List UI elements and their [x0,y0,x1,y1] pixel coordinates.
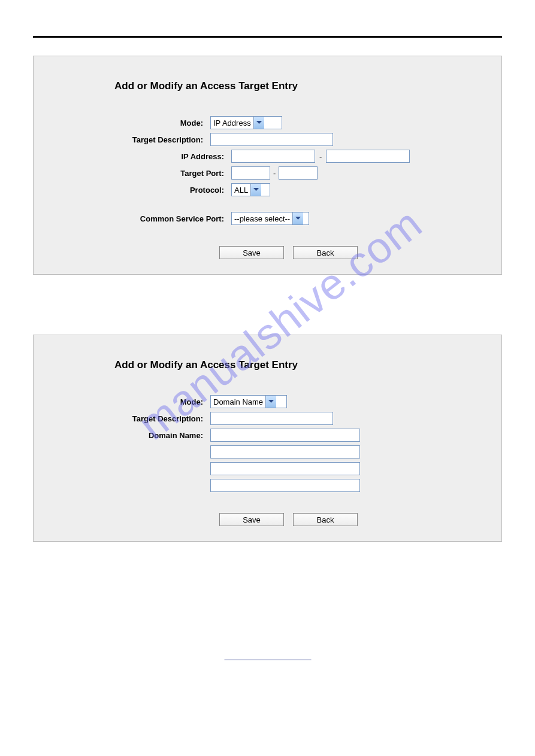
panel-title: Add or Modify an Access Target Entry [114,359,483,371]
panel-ip-address: Add or Modify an Access Target Entry Mod… [33,56,502,275]
row-domain-name-2 [52,445,483,459]
ip-address-from-input[interactable] [231,150,315,163]
protocol-select[interactable]: ALL [231,183,270,196]
common-service-port-label: Common Service Port: [52,214,231,223]
row-target-port: Target Port: - [52,166,483,180]
target-port-to-input[interactable] [279,166,318,180]
chevron-down-icon [250,184,261,196]
top-rule [33,36,502,38]
domain-name-label: Domain Name: [52,431,210,440]
protocol-select-value: ALL [234,186,250,195]
row-target-description: Target Description: [52,133,483,146]
row-domain-name: Domain Name: [52,429,483,442]
target-description-input[interactable] [210,412,333,425]
save-button[interactable]: Save [219,246,284,259]
chevron-down-icon [253,117,264,129]
save-button[interactable]: Save [219,513,284,526]
mode-select-value: Domain Name [213,397,265,406]
domain-name-input-4[interactable] [210,479,360,492]
ip-address-label: IP Address: [52,152,231,161]
panel-title: Add or Modify an Access Target Entry [114,80,483,92]
port-dash: - [273,169,276,178]
ip-dash: - [318,152,324,161]
row-ip-address: IP Address: - [52,150,483,163]
target-port-from-input[interactable] [231,166,270,180]
footer-underline [224,660,311,660]
row-common-service-port: Common Service Port: --please select-- [52,212,483,225]
common-service-port-select[interactable]: --please select-- [231,212,309,225]
protocol-label: Protocol: [52,186,231,195]
button-row: Save Back [219,246,483,259]
mode-label: Mode: [52,119,210,127]
common-service-port-value: --please select-- [234,214,292,223]
mode-select-value: IP Address [213,119,253,127]
domain-name-input-1[interactable] [210,429,360,442]
button-row: Save Back [219,513,483,526]
ip-address-to-input[interactable] [326,150,410,163]
row-mode: Mode: Domain Name [52,395,483,408]
back-button[interactable]: Back [293,513,358,526]
mode-label: Mode: [52,397,210,406]
back-button[interactable]: Back [293,246,358,259]
domain-name-input-3[interactable] [210,462,360,475]
target-description-label: Target Description: [52,414,210,423]
row-mode: Mode: IP Address [52,116,483,129]
mode-select[interactable]: IP Address [210,116,282,129]
target-description-input[interactable] [210,133,333,146]
chevron-down-icon [292,212,303,224]
target-description-label: Target Description: [52,135,210,144]
domain-name-input-2[interactable] [210,445,360,459]
target-port-label: Target Port: [52,169,231,178]
chevron-down-icon [265,396,276,408]
mode-select[interactable]: Domain Name [210,395,287,408]
row-target-description: Target Description: [52,412,483,425]
panel-domain-name: Add or Modify an Access Target Entry Mod… [33,335,502,542]
row-domain-name-3 [52,462,483,475]
row-domain-name-4 [52,479,483,492]
row-protocol: Protocol: ALL [52,183,483,196]
